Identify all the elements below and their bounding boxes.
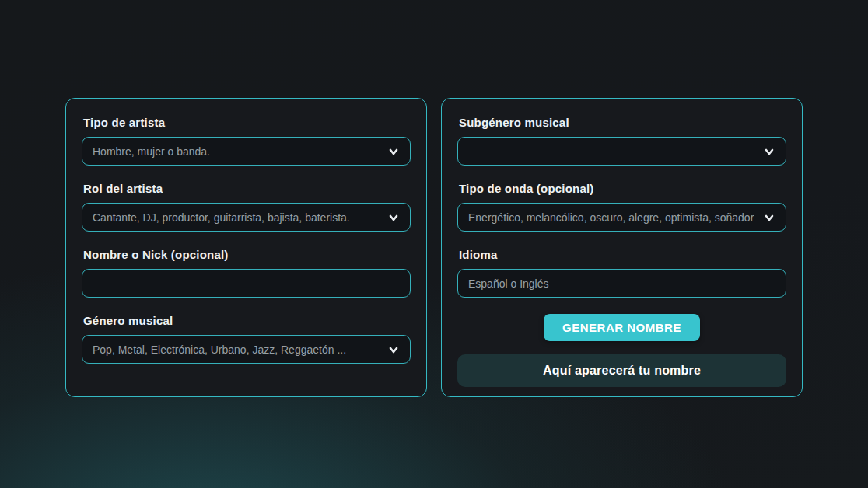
vibe-type-group: Tipo de onda (opcional) Energético, mela… (457, 182, 786, 232)
artist-type-label: Tipo de artista (83, 116, 411, 129)
chevron-down-icon (763, 211, 775, 224)
right-form-panel: Subgénero musical Tipo de onda (opcional… (441, 98, 803, 397)
chevron-down-icon (387, 211, 400, 224)
artist-type-group: Tipo de artista Hombre, mujer o banda. (82, 116, 411, 166)
music-subgenre-select[interactable] (457, 137, 786, 166)
generate-name-button[interactable]: GENERAR NOMBRE (544, 314, 700, 341)
language-field-wrap (457, 269, 786, 298)
vibe-type-label: Tipo de onda (opcional) (459, 182, 786, 195)
vibe-type-select[interactable]: Energético, melancólico, oscuro, alegre,… (457, 203, 786, 232)
vibe-type-placeholder: Energético, melancólico, oscuro, alegre,… (468, 211, 757, 224)
generated-name-result: Aquí aparecerá tu nombre (457, 354, 786, 387)
chevron-down-icon (387, 343, 400, 356)
chevron-down-icon (763, 145, 775, 158)
artist-role-select[interactable]: Cantante, DJ, productor, guitarrista, ba… (82, 203, 411, 232)
artist-role-label: Rol del artista (83, 182, 411, 195)
artist-type-select[interactable]: Hombre, mujer o banda. (82, 137, 411, 166)
artist-type-placeholder: Hombre, mujer o banda. (93, 145, 381, 158)
name-nick-field-wrap (82, 269, 411, 298)
music-genre-placeholder: Pop, Metal, Electrónica, Urbano, Jazz, R… (93, 343, 381, 356)
left-form-panel: Tipo de artista Hombre, mujer o banda. R… (65, 98, 427, 397)
name-nick-label: Nombre o Nick (opcional) (83, 248, 411, 261)
music-subgenre-group: Subgénero musical (457, 116, 786, 166)
artist-role-placeholder: Cantante, DJ, productor, guitarrista, ba… (93, 211, 381, 224)
music-genre-label: Género musical (83, 314, 411, 327)
artist-role-group: Rol del artista Cantante, DJ, productor,… (82, 182, 411, 232)
generate-button-row: GENERAR NOMBRE (457, 314, 786, 341)
language-input[interactable] (468, 277, 775, 290)
artist-name-generator-page: Tipo de artista Hombre, mujer o banda. R… (0, 0, 868, 488)
music-genre-select[interactable]: Pop, Metal, Electrónica, Urbano, Jazz, R… (82, 335, 411, 364)
music-subgenre-label: Subgénero musical (459, 116, 786, 129)
language-label: Idioma (459, 248, 786, 261)
music-genre-group: Género musical Pop, Metal, Electrónica, … (82, 314, 411, 364)
language-group: Idioma (457, 248, 786, 298)
name-nick-input[interactable] (93, 277, 400, 290)
chevron-down-icon (387, 145, 400, 158)
name-nick-group: Nombre o Nick (opcional) (82, 248, 411, 298)
